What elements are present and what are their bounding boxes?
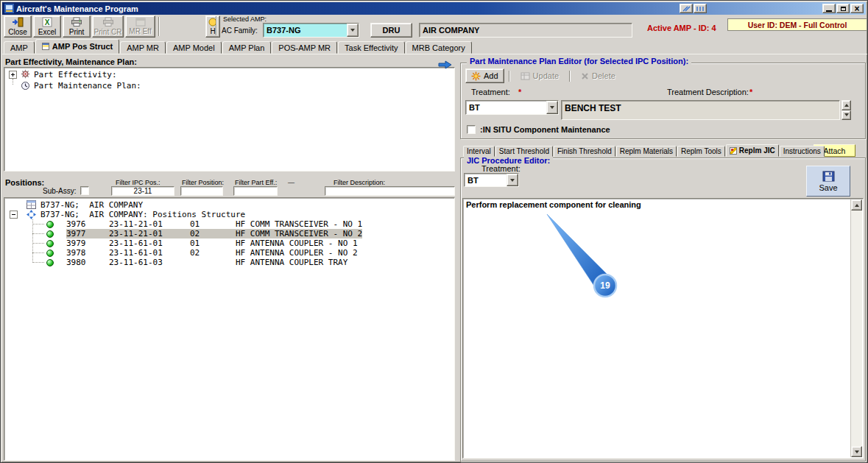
filter-part-eff-label: Filter Part Eff.: [235, 179, 277, 186]
titlebar: Aircraft's Maintenance Program × [2, 2, 866, 15]
treatment-dropdown-button[interactable] [546, 101, 558, 114]
subtab-replm-materials[interactable]: Replm Materials [616, 146, 677, 157]
close-window-button[interactable]: × [850, 4, 864, 13]
subtab-instructions[interactable]: Instructions [780, 146, 825, 157]
mr-eff-button[interactable]: MR Eff [125, 15, 155, 38]
print-button[interactable]: Print [63, 15, 91, 38]
company-field[interactable]: AIR COMPANY [419, 23, 632, 38]
treatment-combo[interactable]: BT [465, 100, 559, 115]
subtab-interval[interactable]: Interval [463, 146, 495, 157]
chevron-down-icon [550, 106, 554, 109]
jic-treatment-combo[interactable]: BT [464, 173, 519, 187]
sub-assy-checkbox[interactable] [80, 186, 89, 195]
close-button[interactable]: Close [4, 15, 32, 38]
green-ball-icon [46, 250, 54, 257]
required-star: * [749, 88, 752, 96]
position-row-text: 397923-11-61-0101HF ANTENNA COUPLER - NO… [66, 238, 358, 248]
button-separator [569, 71, 571, 82]
subtab-replm-tools[interactable]: Replm Tools [677, 146, 725, 157]
tab-amp-pos-struct[interactable]: AMP Pos Struct [35, 39, 119, 54]
jic-procedure-textarea[interactable]: Perform replacement component for cleani… [462, 198, 864, 459]
subtab-label: Instructions [783, 147, 821, 155]
vertical-scrollbar[interactable] [850, 199, 862, 457]
filter-ipc-input[interactable] [111, 186, 174, 196]
tree-root-row[interactable]: B737-NG; AIR COMPANY [4, 200, 454, 210]
subtab-label: Replm JIC [739, 146, 775, 155]
sun-icon [471, 71, 481, 81]
restore-button[interactable] [836, 4, 850, 13]
tree-item-part-maintenance-plan[interactable]: Part Maintenance Plan: [4, 80, 454, 91]
tab-amp[interactable]: AMP [4, 41, 35, 54]
jic-treatment-dropdown-button[interactable] [507, 174, 518, 186]
tab-amp-mr[interactable]: AMP MR [120, 41, 166, 54]
ac-family-combo[interactable]: B737-NG [263, 23, 359, 38]
print-cr-button[interactable]: Print CR [92, 15, 124, 38]
position-row[interactable]: 397923-11-61-0101HF ANTENNA COUPLER - NO… [4, 238, 454, 248]
position-row[interactable]: 398023-11-61-03HF ANTENNA COUPLER TRAY [4, 258, 454, 267]
tree-branch-label: B737-NG; AIR COMPANY: Positions Structur… [40, 210, 245, 219]
floppy-icon [822, 171, 835, 182]
position-desc: HF ANTENNA COUPLER TRAY [236, 258, 347, 267]
filter-part-eff-input[interactable] [233, 186, 278, 196]
tree-branch-row[interactable]: B737-NG; AIR COMPANY: Positions Structur… [4, 210, 454, 219]
plan-editor-buttonbar: Add Update Delete [465, 68, 621, 83]
save-button[interactable]: Save [806, 166, 850, 197]
scroll-up-button[interactable] [841, 100, 851, 110]
collapse-toggle[interactable] [10, 211, 18, 219]
grid-icon [521, 71, 530, 81]
position-ipc: 23-11-21-01 [109, 219, 190, 229]
tab-mrb-category[interactable]: MRB Category [406, 41, 472, 54]
positions-label: Positions: [5, 178, 44, 187]
tab-amp-plan[interactable]: AMP Plan [222, 41, 272, 54]
position-row-text: 398023-11-61-03HF ANTENNA COUPLER TRAY [66, 258, 347, 267]
subtab-start-threshold[interactable]: Start Threshold [495, 146, 553, 157]
window-icon [135, 18, 146, 26]
subtab-replm-jic[interactable]: Replm JIC [726, 144, 779, 157]
treatment-description-label: Treatment Description: [667, 88, 749, 96]
scroll-down-button[interactable] [851, 446, 862, 457]
filter-ipc-label: Filter IPC Pos.: [116, 179, 160, 186]
print-button-label: Print [69, 28, 85, 36]
filter-position-input[interactable] [180, 186, 223, 196]
insitu-checkbox[interactable] [467, 125, 476, 134]
tab-pos-amp-mr[interactable]: POS-AMP MR [272, 41, 337, 54]
excel-button[interactable]: X Excel [33, 15, 61, 38]
filter-position-label: Filter Position: [182, 179, 224, 186]
scroll-down-button[interactable] [841, 110, 851, 121]
position-row-text: 397623-11-21-0101HF COMM TRANSCEIVER - N… [66, 219, 362, 229]
positions-tree: B737-NG; AIR COMPANY B737-NG; AIR COMPAN… [4, 197, 455, 461]
tab-label: AMP MR [127, 43, 159, 52]
treatment-description-field[interactable]: BENCH TEST [561, 100, 840, 120]
scroll-up-button[interactable] [851, 199, 862, 211]
position-row-text: 397723-11-21-0102HF COMM TRANSCEIVER - N… [66, 229, 362, 238]
update-button[interactable]: Update [515, 68, 565, 83]
add-button[interactable]: Add [465, 68, 504, 83]
chevron-down-icon [844, 113, 849, 116]
position-row[interactable]: 397623-11-21-0101HF COMM TRANSCEIVER - N… [4, 219, 454, 229]
minimize-button[interactable] [822, 4, 836, 13]
position-row[interactable]: 397723-11-21-0102HF COMM TRANSCEIVER - N… [4, 229, 454, 238]
tree-item-part-effectivity[interactable]: Part Effectivity: [4, 69, 454, 80]
expand-toggle[interactable] [9, 71, 17, 79]
tab-task-effectivity[interactable]: Task Effectivity [338, 41, 405, 54]
delete-button[interactable]: Delete [575, 68, 621, 83]
tab-label: POS-AMP MR [278, 43, 331, 52]
ac-family-dropdown-button[interactable] [347, 24, 359, 37]
position-row[interactable]: 397823-11-61-0102HF ANTENNA COUPLER - NO… [4, 248, 454, 258]
title-extra-button-1[interactable] [680, 4, 693, 13]
dru-button[interactable]: DRU [370, 23, 412, 38]
sub-assy-label: Sub-Assy: [43, 187, 77, 195]
position-id: 3977 [66, 229, 109, 238]
subtab-finish-threshold[interactable]: Finish Threshold [554, 146, 615, 157]
position-id: 3978 [66, 248, 109, 258]
treatment-value: BT [466, 101, 546, 114]
panel-expand-arrow-button[interactable] [437, 60, 455, 71]
title-extra-button-2[interactable] [694, 4, 707, 13]
filter-description-input[interactable] [325, 186, 455, 196]
subtab-label: Interval [467, 147, 491, 155]
position-desc: HF ANTENNA COUPLER - NO 2 [236, 248, 358, 258]
toolbar-separator [216, 16, 217, 35]
filter-description-label: Filter Description: [334, 179, 385, 186]
tab-amp-model[interactable]: AMP Model [166, 41, 222, 54]
editor-tabstrip: IntervalStart ThresholdFinish ThresholdR… [463, 144, 825, 157]
